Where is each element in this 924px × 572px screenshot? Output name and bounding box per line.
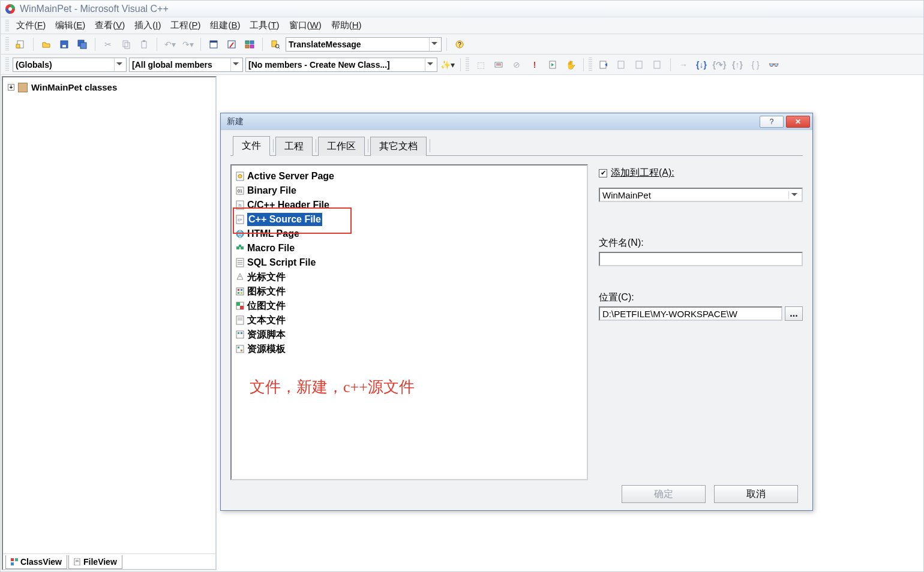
file-type-item[interactable]: 光标文件 xyxy=(234,270,584,284)
undo-button[interactable]: ↶▾ xyxy=(162,37,178,52)
toolbar-grip-icon xyxy=(5,37,9,52)
menu-insert[interactable]: 插入(I) xyxy=(131,19,164,32)
tab-files[interactable]: 文件 xyxy=(233,136,270,156)
stop-build-button[interactable]: ⊘ xyxy=(509,57,524,73)
wizard-action-button[interactable]: ✨▾ xyxy=(440,57,455,73)
dialog-titlebar[interactable]: 新建 ? ✕ xyxy=(221,113,812,130)
menu-view[interactable]: 查看(V) xyxy=(91,19,128,32)
svg-rect-56 xyxy=(238,292,239,294)
filter-combo[interactable]: [All global members xyxy=(129,58,243,72)
run-to-cursor-button[interactable]: { } xyxy=(748,57,763,73)
paste-button[interactable] xyxy=(136,37,152,52)
file-type-item[interactable]: 图标文件 xyxy=(234,284,584,299)
break-button[interactable] xyxy=(632,57,647,73)
scope-value: (Globals) xyxy=(16,60,112,70)
find-in-files-button[interactable] xyxy=(268,37,283,52)
file-type-label: 图标文件 xyxy=(247,285,286,298)
svg-rect-29 xyxy=(654,61,660,68)
menu-tools[interactable]: 工具(T) xyxy=(246,19,283,32)
show-next-statement-button[interactable]: → xyxy=(676,57,691,73)
file-type-label: Macro File xyxy=(247,242,295,255)
tab-workspaces[interactable]: 工作区 xyxy=(318,137,365,156)
svg-rect-63 xyxy=(238,320,242,320)
chevron-down-icon[interactable] xyxy=(114,58,124,71)
new-file-button[interactable] xyxy=(13,37,28,52)
close-icon: ✕ xyxy=(795,118,801,126)
restart-debug-button[interactable] xyxy=(596,57,611,73)
file-type-item[interactable]: 资源脚本 xyxy=(234,327,584,342)
tab-fileview-label: FileView xyxy=(83,557,117,567)
tree-root-item[interactable]: + WinMainPet classes xyxy=(8,82,211,92)
members-value: [No members - Create New Class...] xyxy=(248,60,422,70)
file-type-item[interactable]: Macro File xyxy=(234,241,584,255)
step-over-button[interactable]: {↷} xyxy=(712,57,727,73)
chevron-down-icon[interactable] xyxy=(788,191,799,199)
file-type-item[interactable]: 01Binary File xyxy=(234,183,584,198)
file-type-list[interactable]: Active Server Page01Binary FilehC/C++ He… xyxy=(230,164,588,480)
menu-project[interactable]: 工程(P) xyxy=(167,19,204,32)
tab-fileview[interactable]: FileView xyxy=(68,555,122,569)
class-tree[interactable]: + WinMainPet classes xyxy=(3,77,215,553)
file-type-item[interactable]: 文本文件 xyxy=(234,313,584,327)
workspace-button[interactable] xyxy=(206,37,221,52)
classview-icon xyxy=(11,558,18,565)
file-type-icon xyxy=(235,243,245,253)
dialog-help-button[interactable]: ? xyxy=(760,116,784,128)
stop-debug-button[interactable] xyxy=(614,57,629,73)
svg-rect-28 xyxy=(636,61,642,68)
chevron-down-icon[interactable] xyxy=(425,58,434,71)
svg-rect-14 xyxy=(245,41,249,44)
toolbar-separator xyxy=(33,38,34,51)
apply-changes-button[interactable] xyxy=(650,57,665,73)
compile-button[interactable]: ⬚ xyxy=(473,57,488,73)
chevron-down-icon[interactable] xyxy=(230,58,240,71)
step-out-button[interactable]: {↑} xyxy=(730,57,745,73)
save-button[interactable] xyxy=(56,37,72,52)
chevron-down-icon[interactable] xyxy=(429,38,439,51)
find-combo[interactable]: TranslateMessage xyxy=(286,37,442,52)
menu-window[interactable]: 窗口(W) xyxy=(286,19,325,32)
browse-button[interactable]: ... xyxy=(785,306,803,321)
execute-button[interactable]: ! xyxy=(527,57,542,73)
menu-help[interactable]: 帮助(H) xyxy=(328,19,365,32)
svg-rect-24 xyxy=(496,65,501,65)
menu-build[interactable]: 组建(B) xyxy=(206,19,244,32)
search-help-button[interactable]: ? xyxy=(452,37,467,52)
insert-breakpoint-button[interactable]: ✋ xyxy=(563,57,578,73)
toolbar-separator xyxy=(262,38,263,51)
build-button[interactable] xyxy=(491,57,506,73)
add-to-project-checkbox[interactable]: ✔ xyxy=(599,169,607,177)
save-all-button[interactable] xyxy=(74,37,90,52)
expand-icon[interactable]: + xyxy=(8,84,14,91)
file-type-item[interactable]: SQL Script File xyxy=(234,255,584,270)
ok-button[interactable]: 确定 xyxy=(622,485,706,503)
tab-projects[interactable]: 工程 xyxy=(275,137,313,156)
file-type-item[interactable]: 资源模板 xyxy=(234,342,584,356)
location-input[interactable]: D:\PETFILE\MY-WORKSPACE\W xyxy=(599,306,782,321)
project-combo[interactable]: WinMainPet xyxy=(599,188,803,202)
file-type-item[interactable]: 位图文件 xyxy=(234,299,584,313)
filename-input[interactable] xyxy=(599,252,803,266)
cancel-button[interactable]: 取消 xyxy=(714,485,798,503)
svg-rect-50 xyxy=(238,262,242,263)
go-button[interactable] xyxy=(545,57,560,73)
scope-combo[interactable]: (Globals) xyxy=(13,58,127,72)
output-window-button[interactable] xyxy=(224,37,239,52)
quick-watch-button[interactable]: 👓 xyxy=(766,57,781,73)
file-type-item[interactable]: Active Server Page xyxy=(234,169,584,183)
open-button[interactable] xyxy=(38,37,54,52)
copy-button[interactable] xyxy=(118,37,134,52)
menu-edit[interactable]: 编辑(E) xyxy=(52,19,89,32)
dialog-close-button[interactable]: ✕ xyxy=(786,116,810,128)
window-list-button[interactable] xyxy=(242,37,257,52)
dialog-title: 新建 xyxy=(227,116,244,127)
tab-classview[interactable]: ClassView xyxy=(5,555,67,569)
step-into-button[interactable]: {↓} xyxy=(694,57,709,73)
cut-button[interactable]: ✂ xyxy=(100,37,116,52)
tab-other-docs[interactable]: 其它文档 xyxy=(370,137,427,156)
members-combo[interactable]: [No members - Create New Class...] xyxy=(245,58,437,72)
file-type-icon xyxy=(235,287,245,296)
menu-file[interactable]: 文件(F) xyxy=(13,19,49,32)
redo-button[interactable]: ↷▾ xyxy=(180,37,196,52)
file-type-icon xyxy=(235,315,245,325)
